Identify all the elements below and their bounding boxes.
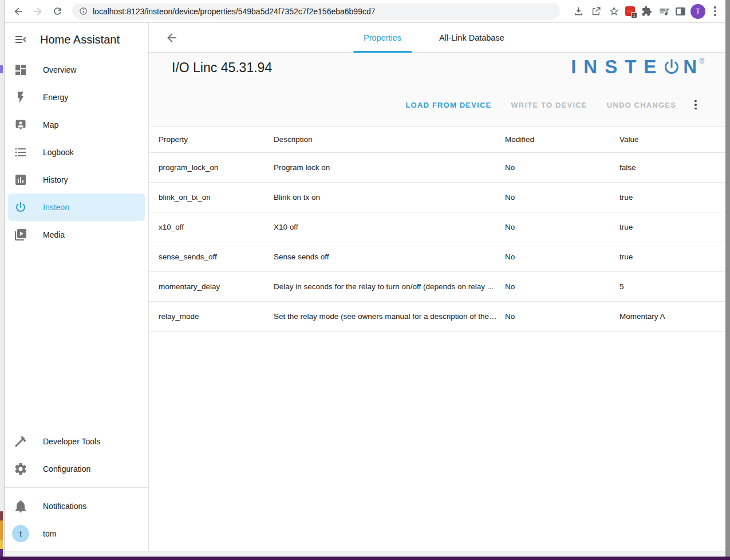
sidebar-item-label: Notifications: [43, 502, 86, 511]
side-panel-icon[interactable]: [676, 7, 685, 15]
bell-icon: [14, 499, 27, 513]
column-header-property: Property: [159, 135, 274, 144]
cell-value: true: [619, 193, 724, 202]
account-location-icon: [14, 118, 27, 132]
sidebar-item-developer-tools[interactable]: Developer Tools: [5, 428, 148, 455]
cell-description: Program lock on: [274, 163, 505, 172]
table-row[interactable]: momentary_delay Delay in seconds for the…: [149, 272, 725, 302]
sidebar-item-label: Map: [43, 120, 58, 129]
sidebar-item-map[interactable]: Map: [5, 111, 148, 139]
sidebar-bottom: Developer Tools Configuration Notificati…: [5, 428, 148, 551]
browser-toolbar: localhost:8123/insteon/device/properties…: [5, 0, 725, 23]
browser-window: localhost:8123/insteon/device/properties…: [5, 0, 725, 557]
toolbar-actions: ... 1 T: [567, 4, 720, 19]
cell-modified: No: [505, 193, 619, 202]
sidebar-item-label: Logbook: [43, 148, 74, 157]
user-avatar: t: [12, 525, 29, 542]
user-name: tom: [43, 529, 56, 538]
power-icon: [14, 200, 27, 214]
cell-description: Set the relay mode (see owners manual fo…: [274, 312, 505, 321]
cell-modified: No: [505, 223, 619, 231]
back-arrow-icon[interactable]: [165, 31, 179, 45]
sidebar-item-logbook[interactable]: Logbook: [5, 139, 148, 166]
sidebar-item-label: Overview: [43, 65, 76, 74]
cell-property: sense_sends_off: [159, 253, 274, 261]
undo-changes-button[interactable]: UNDO CHANGES: [607, 101, 676, 109]
sidebar-toggle-icon[interactable]: [14, 33, 27, 46]
extension-dots: ...: [627, 8, 633, 11]
cell-property: momentary_delay: [159, 282, 274, 291]
write-to-device-button[interactable]: WRITE TO DEVICE: [511, 101, 587, 109]
sidebar-header: Home Assistant: [5, 23, 148, 56]
browser-forward-icon[interactable]: [30, 3, 46, 19]
taskbar-strip: [0, 557, 730, 560]
sliver-fragment: [0, 65, 3, 73]
device-actions: LOAD FROM DEVICE WRITE TO DEVICE UNDO CH…: [405, 98, 700, 111]
sliver-fragment: [0, 540, 3, 549]
sliver-fragment: [0, 511, 3, 520]
ha-sidebar: Home Assistant Overview Energy Map Logbo…: [5, 23, 149, 551]
app-title: Home Assistant: [40, 33, 120, 46]
column-header-value: Value: [619, 135, 724, 144]
view-dashboard-icon: [14, 63, 27, 77]
cell-value: false: [619, 163, 724, 172]
device-title: I/O Linc 45.31.94: [172, 60, 272, 76]
sidebar-item-energy[interactable]: Energy: [5, 84, 148, 111]
page-info-icon[interactable]: [79, 7, 88, 15]
properties-table: Property Description Modified Value prog…: [149, 127, 725, 332]
table-row[interactable]: relay_mode Set the relay mode (see owner…: [149, 302, 725, 332]
sidebar-item-label: History: [43, 175, 68, 184]
share-icon[interactable]: [590, 5, 602, 18]
gear-icon: [14, 462, 27, 476]
address-bar[interactable]: localhost:8123/insteon/device/properties…: [72, 3, 560, 19]
logo-power-icon: [661, 57, 682, 77]
app-bar: Properties All-Link Database: [149, 23, 725, 53]
extensions-puzzle-icon[interactable]: [640, 5, 653, 18]
horizontal-scrollbar[interactable]: [5, 551, 725, 557]
sidebar-item-configuration[interactable]: Configuration: [5, 455, 148, 483]
sidebar-item-notifications[interactable]: Notifications: [5, 492, 148, 520]
browser-menu-icon[interactable]: [711, 5, 720, 18]
browser-reload-icon[interactable]: [49, 3, 65, 19]
sidebar-item-user[interactable]: t tom: [5, 520, 148, 547]
registered-mark: ®: [699, 57, 704, 65]
hammer-icon: [14, 435, 27, 448]
table-header-row: Property Description Modified Value: [149, 127, 725, 153]
cell-value: true: [619, 253, 724, 261]
cell-description: X10 off: [274, 223, 505, 231]
playlist-music-icon[interactable]: [658, 5, 670, 18]
cell-value: Momentary A: [619, 312, 724, 321]
tab-bar: Properties All-Link Database: [353, 23, 515, 53]
tab-properties[interactable]: Properties: [353, 23, 412, 53]
table-row[interactable]: program_lock_on Program lock on No false: [149, 153, 725, 183]
cell-description: Blink on tx on: [274, 193, 505, 202]
table-row[interactable]: sense_sends_off Sense sends off No true: [149, 242, 725, 272]
column-header-description: Description: [274, 135, 505, 144]
table-row[interactable]: x10_off X10 off No true: [149, 212, 725, 242]
main-content: Properties All-Link Database I/O Linc 45…: [149, 23, 725, 551]
sidebar-item-label: Media: [43, 230, 65, 239]
download-icon[interactable]: [572, 5, 585, 18]
extension-badge: 1: [631, 12, 637, 18]
load-from-device-button[interactable]: LOAD FROM DEVICE: [405, 101, 491, 109]
sidebar-item-insteon[interactable]: Insteon: [8, 194, 145, 221]
red-extension-icon[interactable]: ... 1: [625, 6, 635, 16]
lightning-bolt-icon: [14, 90, 27, 104]
overflow-menu-icon[interactable]: [691, 98, 700, 111]
sidebar-item-overview[interactable]: Overview: [5, 56, 148, 84]
browser-back-icon[interactable]: [10, 3, 26, 19]
sidebar-spacer: [5, 249, 148, 428]
sidebar-item-media[interactable]: Media: [5, 221, 148, 249]
browser-profile-avatar[interactable]: T: [690, 4, 705, 19]
tab-all-link-database[interactable]: All-Link Database: [429, 23, 515, 53]
sidebar-item-label: Energy: [43, 93, 68, 102]
insteon-logo: INSTE N ®: [571, 56, 704, 78]
chart-box-icon: [14, 173, 27, 187]
device-header: I/O Linc 45.31.94 INSTE N ® LOAD FROM DE…: [149, 53, 725, 127]
list-bulleted-icon: [14, 145, 27, 159]
bookmark-star-icon[interactable]: [607, 5, 620, 18]
table-row[interactable]: blink_on_tx_on Blink on tx on No true: [149, 183, 725, 212]
sidebar-item-label: Developer Tools: [43, 437, 100, 446]
sidebar-item-history[interactable]: History: [5, 166, 148, 194]
sidebar-item-label: Configuration: [43, 464, 90, 474]
